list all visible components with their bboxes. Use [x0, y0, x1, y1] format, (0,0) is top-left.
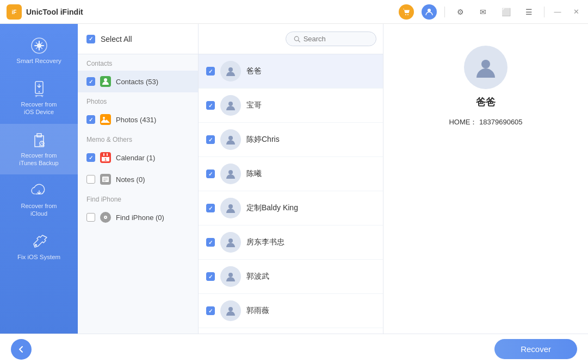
contact-checkbox-2[interactable]	[206, 101, 215, 110]
search-box[interactable]	[286, 32, 377, 46]
search-icon	[294, 35, 300, 43]
bottom-bar: Recover	[0, 334, 588, 364]
contacts-label: Contacts (53)	[116, 78, 158, 86]
avatar	[220, 129, 241, 150]
sidebar-item-fix-ios-label: Fix iOS System	[17, 253, 60, 261]
photos-checkbox[interactable]	[86, 115, 95, 124]
app-logo: iF	[7, 4, 22, 20]
svg-rect-19	[107, 153, 108, 156]
recover-button[interactable]: Recover	[494, 339, 577, 359]
settings-icon[interactable]: ⚙	[453, 4, 468, 20]
avatar	[220, 164, 241, 184]
cat-group-find-iphone: Find iPhone	[78, 190, 198, 206]
contact-name-2: 宝哥	[246, 101, 375, 110]
back-button[interactable]	[11, 339, 32, 360]
svg-point-33	[228, 136, 233, 140]
list-item[interactable]: 陈曦	[199, 157, 383, 191]
contact-name-7: 郭波武	[246, 272, 375, 281]
select-all-bar: Select All	[78, 24, 198, 54]
svg-point-28	[105, 217, 106, 218]
divider2	[544, 7, 544, 17]
detail-phone-value: 18379690605	[479, 118, 523, 126]
calendar-checkbox[interactable]	[86, 153, 95, 162]
sidebar-item-fix-ios[interactable]: Fix iOS System	[0, 225, 78, 269]
find-iphone-label: Find iPhone (0)	[116, 214, 164, 222]
sidebar-item-recover-ios[interactable]: Recover from iOS Device	[0, 73, 78, 124]
list-item[interactable]: 陈婷Chris	[199, 123, 383, 157]
contacts-icon	[100, 76, 112, 87]
svg-point-12	[104, 78, 107, 81]
detail-avatar	[464, 46, 507, 89]
cat-item-find-iphone[interactable]: Find iPhone (0)	[78, 206, 198, 228]
svg-text:1: 1	[104, 158, 107, 161]
list-item[interactable]: 宝哥	[199, 89, 383, 123]
svg-rect-13	[100, 114, 111, 125]
list-item[interactable]: 房东李书忠	[199, 225, 383, 260]
sidebar-item-recover-itunes[interactable]: Recover from iTunes Backup	[0, 124, 78, 175]
svg-point-2	[405, 14, 406, 15]
contact-list: 爸爸 宝哥 陈婷Chris 陈曦	[199, 24, 383, 364]
svg-text:iF: iF	[12, 9, 17, 15]
detail-phone-label: HOME：	[449, 118, 477, 126]
cat-item-notes[interactable]: Notes (0)	[78, 168, 198, 190]
svg-point-10	[35, 244, 37, 246]
avatar	[220, 95, 241, 116]
title-bar-left: iF UnicTool iFindit	[7, 4, 83, 20]
contact-name-6: 房东李书忠	[246, 237, 375, 247]
cat-item-calendar[interactable]: 1 Calendar (1)	[78, 147, 198, 168]
contacts-checkbox[interactable]	[86, 77, 95, 86]
contact-checkbox-5[interactable]	[206, 204, 215, 212]
sidebar-item-smart-recovery[interactable]: Smart Recovery	[0, 29, 78, 73]
title-bar: iF UnicTool iFindit ⚙ ✉ ⬜ ☰ — ✕	[0, 0, 588, 24]
avatar	[220, 300, 241, 321]
svg-rect-18	[103, 153, 104, 156]
avatar	[220, 232, 241, 253]
select-all-checkbox[interactable]	[86, 35, 95, 43]
search-input[interactable]	[304, 35, 368, 43]
user-icon[interactable]	[422, 4, 437, 20]
title-bar-right: ⚙ ✉ ⬜ ☰ — ✕	[399, 4, 581, 20]
cat-group-contacts: Contacts	[78, 54, 198, 71]
detail-panel: 爸爸 HOME： 18379690605	[383, 24, 588, 364]
contact-checkbox-8[interactable]	[206, 306, 215, 315]
category-panel: Select All Contacts Contacts (53) Photos…	[78, 24, 199, 364]
contact-checkbox-3[interactable]	[206, 135, 215, 144]
contact-checkbox-4[interactable]	[206, 170, 215, 178]
sidebar-item-smart-recovery-label: Smart Recovery	[16, 57, 61, 65]
minimize-button[interactable]: —	[552, 8, 563, 16]
menu-icon[interactable]: ☰	[521, 4, 536, 20]
svg-point-31	[228, 67, 233, 72]
contact-name-4: 陈曦	[246, 169, 375, 179]
contact-checkbox-1[interactable]	[206, 67, 215, 76]
sidebar-item-recover-icloud[interactable]: Recover from iCloud	[0, 174, 78, 225]
calendar-label: Calendar (1)	[116, 154, 155, 162]
divider	[444, 7, 445, 17]
mail-icon[interactable]: ✉	[475, 4, 491, 20]
find-iphone-checkbox[interactable]	[86, 213, 95, 222]
contact-checkbox-7[interactable]	[206, 272, 215, 281]
contact-list-header	[199, 24, 383, 54]
calendar-icon: 1	[100, 152, 112, 164]
notes-checkbox[interactable]	[86, 175, 95, 184]
svg-point-39	[481, 60, 490, 68]
list-item[interactable]: 郭雨薇	[199, 294, 383, 328]
contact-name-1: 爸爸	[246, 66, 375, 76]
cart-icon[interactable]	[399, 4, 414, 20]
avatar	[220, 61, 241, 81]
svg-point-3	[407, 14, 408, 15]
cat-item-photos[interactable]: Photos (431)	[78, 109, 198, 130]
monitor-icon[interactable]: ⬜	[498, 4, 513, 20]
sidebar-item-recover-itunes-label: Recover from iTunes Backup	[19, 152, 58, 167]
list-item[interactable]: 郭波武	[199, 260, 383, 294]
detail-phone: HOME： 18379690605	[449, 117, 522, 127]
list-item[interactable]: 定制Baldy King	[199, 191, 383, 225]
avatar	[220, 266, 241, 287]
sidebar-item-recover-icloud-label: Recover from iCloud	[21, 202, 57, 218]
close-button[interactable]: ✕	[571, 8, 581, 16]
avatar	[220, 198, 241, 218]
svg-point-4	[428, 9, 431, 12]
cat-item-contacts[interactable]: Contacts (53)	[78, 71, 198, 92]
svg-point-6	[37, 43, 41, 48]
contact-checkbox-6[interactable]	[206, 238, 215, 247]
list-item[interactable]: 爸爸	[199, 54, 383, 89]
